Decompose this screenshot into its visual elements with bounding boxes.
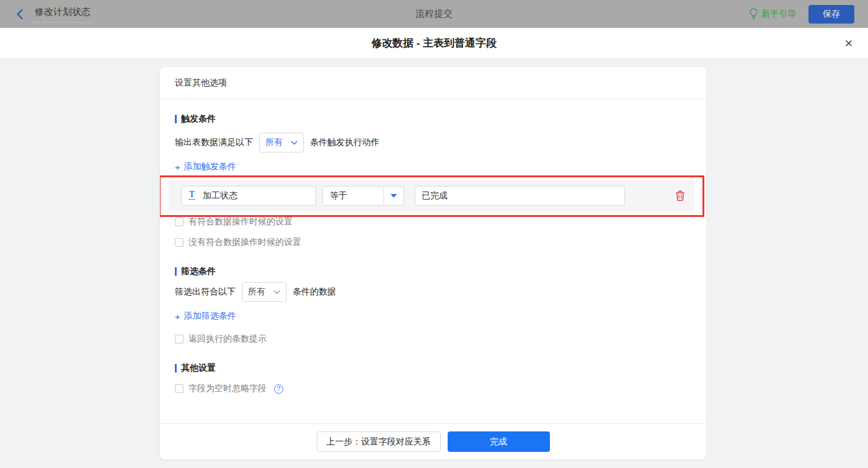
- has-match-label: 有符合数据操作时候的设置: [188, 216, 293, 227]
- question-circle-icon[interactable]: ?: [274, 384, 283, 394]
- condition-field-wrap: T: [181, 186, 316, 206]
- other-section-label: 其他设置: [181, 363, 216, 374]
- ignore-empty-checkbox-row: 字段为空时忽略字段 ?: [175, 382, 691, 395]
- section-bar: [175, 267, 177, 276]
- close-icon[interactable]: ✕: [844, 38, 853, 48]
- trash-icon: [675, 190, 685, 201]
- trigger-match-select[interactable]: 所有: [259, 133, 304, 152]
- section-bar: [175, 364, 177, 373]
- no-match-checkbox-row: 没有符合数据操作时候的设置: [175, 236, 691, 249]
- ignore-empty-label: 字段为空时忽略字段: [188, 383, 267, 394]
- options-panel: 设置其他选项 触发条件 输出表数据满足以下 所有 条件触发执行动作 + 添: [160, 67, 706, 459]
- other-section-title: 其他设置: [175, 363, 691, 373]
- no-match-checkbox[interactable]: [175, 238, 184, 247]
- ignore-empty-checkbox[interactable]: [175, 384, 184, 393]
- filter-match-select[interactable]: 所有: [242, 282, 286, 302]
- lightbulb-icon: [749, 8, 758, 20]
- no-match-label: 没有符合数据操作时候的设置: [188, 237, 301, 248]
- operator-dropdown-button[interactable]: [383, 187, 404, 205]
- condition-operator-select[interactable]: 等于: [322, 186, 404, 206]
- trigger-sentence-prefix: 输出表数据满足以下: [175, 137, 253, 148]
- chevron-down-icon: [273, 290, 280, 294]
- text-type-icon: T: [188, 191, 195, 200]
- add-trigger-condition-link[interactable]: + 添加触发条件: [175, 161, 236, 173]
- trigger-match-value: 所有: [265, 137, 283, 148]
- save-button[interactable]: 保存: [808, 5, 854, 24]
- has-match-checkbox-row: 有符合数据操作时候的设置: [175, 215, 691, 229]
- panel-footer: 上一步：设置字段对应关系 完成: [160, 423, 706, 459]
- guide-button[interactable]: 新手引导: [749, 8, 796, 20]
- filter-match-sentence: 筛选出符合以下 所有 条件的数据: [175, 282, 691, 302]
- dialog-body: 设置其他选项 触发条件 输出表数据满足以下 所有 条件触发执行动作 + 添: [0, 59, 868, 468]
- filter-sentence-suffix: 条件的数据: [293, 286, 336, 298]
- flow-title: 流程提交: [0, 8, 868, 20]
- plus-icon: +: [175, 162, 180, 172]
- filter-section-label: 筛选条件: [181, 266, 216, 277]
- trigger-section-title: 触发条件: [175, 114, 691, 124]
- filter-section-title: 筛选条件: [175, 267, 691, 276]
- return-count-checkbox-row: 返回执行的条数提示: [175, 332, 691, 346]
- condition-field-input[interactable]: [181, 186, 316, 206]
- add-filter-condition-link[interactable]: + 添加筛选条件: [175, 310, 236, 322]
- highlight-annotation-box: T 等于: [160, 175, 704, 217]
- add-trigger-condition-label: 添加触发条件: [184, 161, 236, 172]
- add-filter-condition-label: 添加筛选条件: [184, 311, 236, 322]
- page-title: 修改计划状态: [32, 5, 93, 23]
- guide-label: 新手引导: [761, 9, 796, 20]
- back-chevron-icon: [16, 9, 24, 20]
- return-count-label: 返回执行的条数提示: [188, 333, 267, 345]
- plus-icon: +: [175, 311, 180, 322]
- panel-content: 触发条件 输出表数据满足以下 所有 条件触发执行动作 + 添加触发条件: [160, 99, 706, 423]
- condition-value-input[interactable]: [415, 186, 625, 206]
- has-match-checkbox[interactable]: [175, 218, 184, 226]
- dialog-title: 修改数据 - 主表到普通字段: [371, 36, 497, 50]
- dialog-header: 修改数据 - 主表到普通字段 ✕: [0, 28, 868, 59]
- triangle-down-icon: [391, 194, 397, 198]
- return-count-checkbox[interactable]: [175, 335, 184, 343]
- trigger-section-label: 触发条件: [181, 113, 216, 125]
- trigger-sentence-suffix: 条件触发执行动作: [310, 137, 379, 148]
- filter-sentence-prefix: 筛选出符合以下: [175, 286, 236, 298]
- chevron-down-icon: [291, 141, 298, 145]
- previous-step-button[interactable]: 上一步：设置字段对应关系: [317, 431, 441, 452]
- topbar: 修改计划状态 流程提交 新手引导 保存: [0, 0, 868, 28]
- condition-row: T 等于: [169, 180, 694, 211]
- trigger-match-sentence: 输出表数据满足以下 所有 条件触发执行动作: [175, 133, 691, 152]
- panel-header: 设置其他选项: [160, 67, 706, 99]
- back-button[interactable]: [16, 9, 24, 20]
- section-bar: [175, 115, 177, 123]
- delete-condition-button[interactable]: [675, 190, 685, 201]
- filter-match-value: 所有: [248, 286, 265, 298]
- done-button[interactable]: 完成: [448, 431, 550, 452]
- condition-operator-value: 等于: [323, 187, 383, 205]
